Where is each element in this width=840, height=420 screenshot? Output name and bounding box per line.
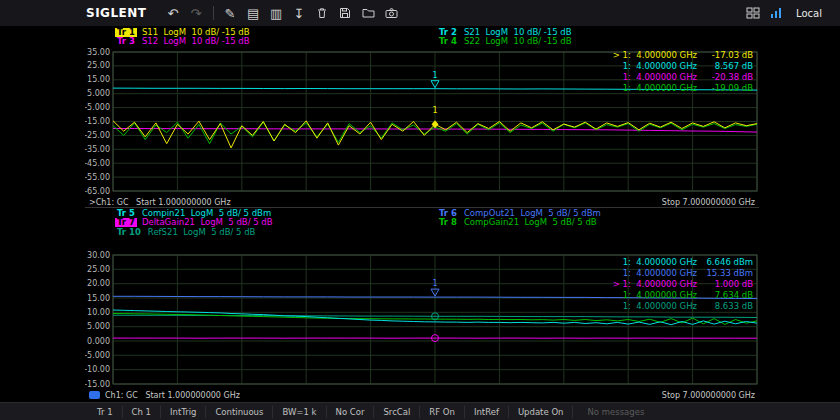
save-state-icon[interactable]	[335, 3, 356, 23]
svg-text:-55.00: -55.00	[85, 173, 110, 182]
trace-legend-tr4[interactable]: Tr 4S22 LogM 10 dB/ -15 dB	[437, 37, 759, 46]
edit-label-icon[interactable]: ✎	[220, 3, 241, 23]
status-item-continuous[interactable]: Continuous	[206, 406, 273, 418]
svg-text:25.00: 25.00	[87, 61, 110, 70]
redo-icon[interactable]: ↷	[186, 3, 207, 23]
status-item-intref[interactable]: IntRef	[465, 406, 509, 418]
status-item-update-on[interactable]: Update On	[509, 406, 574, 418]
gain-compression-panel: Tr 5Compin21 LogM 5 dB/ 5 dBmTr 6CompOut…	[85, 207, 759, 402]
marker-readout: 1: 4.000000 GHz-19.09 dB	[613, 83, 753, 94]
start-frequency-label-2: Ch1: GC Start 1.000000000 GHz	[89, 391, 240, 402]
svg-text:5.000: 5.000	[87, 89, 110, 98]
status-bar: Tr 1Ch 1IntTrigContinuousBW=1 kNo CorSrc…	[0, 402, 840, 420]
svg-text:5.000: 5.000	[87, 322, 110, 331]
marker-readout: 1: 4.000000 GHz-20.38 dB	[613, 72, 753, 83]
screenshot-icon[interactable]	[381, 3, 402, 23]
status-item-tr-1[interactable]: Tr 1	[88, 406, 123, 418]
trace-legend-tr3[interactable]: Tr 3S12 LogM 10 dB/ -15 dB	[115, 37, 437, 46]
svg-text:-15.00: -15.00	[85, 117, 110, 126]
status-item-bw-1-k[interactable]: BW=1 k	[273, 406, 326, 418]
status-item-srccal[interactable]: SrcCal	[374, 406, 420, 418]
toolbar-right: Local	[742, 3, 840, 23]
svg-text:-35.00: -35.00	[85, 145, 110, 154]
svg-text:1: 1	[432, 106, 437, 115]
svg-text:1: 1	[432, 71, 437, 80]
panel2-footer: Ch1: GC Start 1.000000000 GHz Stop 7.000…	[85, 389, 759, 402]
trace-settings-label: S22 LogM 10 dB/ -15 dB	[464, 37, 572, 46]
svg-text:-65.00: -65.00	[85, 187, 110, 196]
marker-readout: 1: 4.000000 GHz15.33 dBm	[613, 268, 753, 279]
trace-settings-label: CompGain21 LogM 5 dB/ 5 dB	[464, 218, 597, 227]
window-layout-icon[interactable]	[742, 3, 763, 23]
toolbar-separator	[213, 6, 214, 20]
trace-legend-area-2: Tr 5Compin21 LogM 5 dB/ 5 dBmTr 6CompOut…	[85, 209, 759, 237]
svg-text:-25.00: -25.00	[85, 131, 110, 140]
toolbar-left-icons: ↶↷✎▤▥↧	[163, 3, 402, 23]
svg-text:-45.00: -45.00	[85, 159, 110, 168]
trace-settings-label: DeltaGain21 LogM 5 dB/ 5 dB	[142, 218, 273, 227]
trace-settings-label: S12 LogM 10 dB/ -15 dB	[142, 37, 250, 46]
svg-text:15.00: 15.00	[87, 293, 110, 302]
svg-text:30.00: 30.00	[87, 250, 110, 259]
svg-text:35.00: 35.00	[87, 48, 110, 57]
brand-logo: SIGLENT	[86, 6, 147, 20]
screen-copy-a-icon[interactable]: ▤	[243, 3, 264, 23]
stop-frequency-label-2: Stop 7.000000000 GHz	[662, 391, 755, 402]
trace-settings-label: RefS21 LogM 5 dB/ 5 dB	[148, 228, 256, 237]
marker-readout: 1: 4.000000 GHz8.633 dB	[613, 301, 753, 312]
status-item-inttrig[interactable]: IntTrig	[161, 406, 206, 418]
svg-text:-10.00: -10.00	[85, 365, 110, 374]
status-item-rf-on[interactable]: RF On	[420, 406, 465, 418]
input-indicator-icon[interactable]	[89, 391, 100, 399]
save-data-icon[interactable]: ↧	[289, 3, 310, 23]
toolbar: SIGLENT ↶↷✎▤▥↧ Local	[0, 0, 840, 27]
marker-readout: 1: 4.000000 GHz7.634 dB	[613, 290, 753, 301]
undo-icon[interactable]: ↶	[163, 3, 184, 23]
trace-legend-tr10[interactable]: Tr 10RefS21 LogM 5 dB/ 5 dB	[115, 228, 437, 237]
marker-readouts-2: 1: 4.000000 GHz6.646 dBm1: 4.000000 GHz1…	[613, 257, 753, 312]
svg-text:1: 1	[432, 279, 437, 288]
svg-text:25.00: 25.00	[87, 264, 110, 273]
marker-readouts-1: > 1: 4.000000 GHz-17.03 dB1: 4.000000 GH…	[613, 50, 753, 94]
file-browser-icon[interactable]	[358, 3, 379, 23]
svg-text:0.000: 0.000	[87, 336, 110, 345]
signal-level-icon[interactable]	[765, 3, 786, 23]
status-message: No messages	[573, 407, 658, 417]
trace-legend-tr8[interactable]: Tr 8CompGain21 LogM 5 dB/ 5 dB	[437, 218, 759, 227]
channel1-sparam-panel: Tr 1S11 LogM 10 dB/ -15 dBTr 2S21 LogM 1…	[85, 27, 759, 209]
svg-text:15.00: 15.00	[87, 75, 110, 84]
svg-text:-5.000: -5.000	[85, 350, 110, 359]
svg-text:-15.00: -15.00	[85, 379, 110, 388]
trace-legend-area-1: Tr 1S11 LogM 10 dB/ -15 dBTr 2S21 LogM 1…	[85, 28, 759, 47]
svg-text:-5.000: -5.000	[85, 103, 110, 112]
screen-copy-b-icon[interactable]: ▥	[266, 3, 287, 23]
marker-readout: 1: 4.000000 GHz6.646 dBm	[613, 257, 753, 268]
status-item-no-cor[interactable]: No Cor	[327, 406, 375, 418]
local-mode-label[interactable]: Local	[796, 8, 822, 19]
svg-text:20.00: 20.00	[87, 279, 110, 288]
trace-legend-tr7[interactable]: Tr 7DeltaGain21 LogM 5 dB/ 5 dB	[115, 218, 437, 227]
status-item-ch-1[interactable]: Ch 1	[123, 406, 161, 418]
marker-readout: > 1: 4.000000 GHz1.000 dB	[613, 279, 753, 290]
svg-text:10.00: 10.00	[87, 307, 110, 316]
toolbar-right-icons	[742, 3, 786, 23]
marker-readout: > 1: 4.000000 GHz-17.03 dB	[613, 50, 753, 61]
marker-readout: 1: 4.000000 GHz8.567 dB	[613, 61, 753, 72]
cal-standards-icon[interactable]	[312, 3, 333, 23]
